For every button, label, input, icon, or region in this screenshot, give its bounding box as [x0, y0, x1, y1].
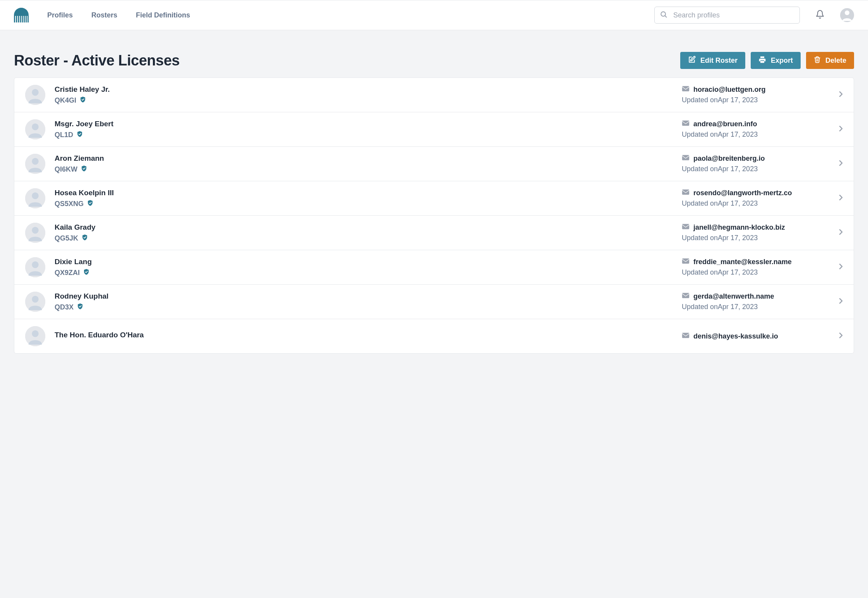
row-avatar: [25, 188, 45, 208]
svg-rect-14: [682, 189, 689, 194]
chevron-right-icon: [839, 229, 843, 237]
chevron-right-icon: [839, 263, 843, 271]
row-updated: Updated onApr 17, 2023: [682, 199, 833, 208]
row-email-line: denis@hayes-kassulke.io: [682, 332, 833, 340]
row-code-line: QD3X: [55, 303, 682, 311]
row-left: Cristie Haley Jr. QK4GI: [55, 85, 682, 105]
row-left: The Hon. Eduardo O'Hara: [55, 331, 682, 342]
svg-point-25: [32, 330, 38, 337]
row-left: Kaila Grady QG5JK: [55, 223, 682, 242]
row-right: freddie_mante@kessler.name Updated onApr…: [682, 258, 833, 277]
nav-profiles[interactable]: Profiles: [47, 11, 73, 19]
row-updated: Updated onApr 17, 2023: [682, 165, 833, 173]
page-actions: Edit Roster Export: [680, 52, 854, 69]
shield-check-icon: [79, 96, 86, 105]
row-email: gerda@altenwerth.name: [693, 292, 774, 301]
export-label: Export: [771, 57, 793, 65]
row-updated: Updated onApr 17, 2023: [682, 268, 833, 277]
svg-point-7: [32, 124, 38, 130]
edit-icon: [688, 56, 696, 65]
row-email-line: horacio@luettgen.org: [682, 86, 833, 94]
row-avatar: [25, 85, 45, 105]
row-email: paola@breitenberg.io: [693, 155, 765, 163]
row-left: Msgr. Joey Ebert QL1D: [55, 120, 682, 139]
row-avatar: [25, 257, 45, 277]
row-right: gerda@altenwerth.name Updated onApr 17, …: [682, 292, 833, 311]
row-name: Kaila Grady: [55, 223, 682, 232]
mail-icon: [682, 292, 690, 301]
svg-rect-17: [682, 224, 689, 229]
chevron-right-icon: [839, 160, 843, 168]
row-avatar: [25, 223, 45, 243]
roster-row[interactable]: Rodney Kuphal QD3X gerda@altenwerth.name…: [14, 285, 854, 319]
svg-point-16: [32, 227, 38, 234]
row-email-line: andrea@bruen.info: [682, 120, 833, 128]
header-left: Profiles Rosters Field Definitions: [14, 8, 190, 22]
row-right: rosendo@langworth-mertz.co Updated onApr…: [682, 189, 833, 208]
row-email-line: paola@breitenberg.io: [682, 155, 833, 163]
svg-rect-23: [682, 293, 689, 298]
roster-row[interactable]: Cristie Haley Jr. QK4GI horacio@luettgen…: [14, 78, 854, 112]
row-email: freddie_mante@kessler.name: [693, 258, 792, 266]
nav-field-definitions[interactable]: Field Definitions: [136, 11, 190, 19]
svg-line-1: [665, 16, 667, 17]
mail-icon: [682, 223, 690, 232]
row-code: QS5XNG: [55, 200, 84, 208]
roster-row[interactable]: Kaila Grady QG5JK janell@hegmann-klocko.…: [14, 216, 854, 250]
roster-row[interactable]: Dixie Lang QX9ZAI freddie_mante@kessler.…: [14, 250, 854, 285]
app-logo[interactable]: [14, 8, 29, 22]
row-code: QK4GI: [55, 96, 76, 105]
delete-button[interactable]: Delete: [806, 52, 854, 69]
row-avatar: [25, 154, 45, 174]
roster-row[interactable]: The Hon. Eduardo O'Hara denis@hayes-kass…: [14, 319, 854, 353]
row-left: Aron Ziemann QI6KW: [55, 154, 682, 174]
mail-icon: [682, 189, 690, 197]
main-container: Roster - Active Licenses Edit Roster: [0, 30, 868, 354]
trash-icon: [814, 56, 821, 65]
edit-roster-label: Edit Roster: [700, 57, 738, 65]
mail-icon: [682, 120, 690, 128]
row-avatar: [25, 326, 45, 346]
edit-roster-button[interactable]: Edit Roster: [680, 52, 745, 69]
row-code: QD3X: [55, 303, 74, 311]
row-avatar: [25, 292, 45, 312]
svg-rect-11: [682, 155, 689, 160]
row-right: janell@hegmann-klocko.biz Updated onApr …: [682, 223, 833, 242]
svg-rect-20: [682, 258, 689, 263]
mail-icon: [682, 332, 690, 340]
row-code-line: QI6KW: [55, 165, 682, 174]
user-avatar[interactable]: [840, 8, 854, 22]
search-input[interactable]: [654, 7, 800, 24]
row-email: rosendo@langworth-mertz.co: [693, 189, 792, 197]
row-email-line: gerda@altenwerth.name: [682, 292, 833, 301]
page-header: Roster - Active Licenses Edit Roster: [14, 52, 854, 69]
row-left: Dixie Lang QX9ZAI: [55, 258, 682, 277]
row-name: Rodney Kuphal: [55, 292, 682, 301]
row-updated: Updated onApr 17, 2023: [682, 96, 833, 104]
row-code-line: QG5JK: [55, 234, 682, 242]
row-name: Msgr. Joey Ebert: [55, 120, 682, 128]
svg-point-10: [32, 158, 38, 165]
bell-icon[interactable]: [815, 10, 825, 21]
row-left: Rodney Kuphal QD3X: [55, 292, 682, 311]
page-title: Roster - Active Licenses: [14, 52, 180, 69]
row-code: QI6KW: [55, 165, 77, 174]
svg-rect-8: [682, 120, 689, 125]
roster-row[interactable]: Aron Ziemann QI6KW paola@breitenberg.io …: [14, 147, 854, 181]
nav-rosters[interactable]: Rosters: [91, 11, 117, 19]
row-right: paola@breitenberg.io Updated onApr 17, 2…: [682, 155, 833, 173]
mail-icon: [682, 155, 690, 163]
svg-point-13: [32, 192, 38, 199]
search-box: [654, 7, 800, 24]
roster-row[interactable]: Msgr. Joey Ebert QL1D andrea@bruen.info …: [14, 112, 854, 147]
row-code: QL1D: [55, 131, 73, 139]
svg-rect-26: [682, 333, 689, 338]
export-button[interactable]: Export: [751, 52, 801, 69]
shield-check-icon: [76, 131, 83, 139]
shield-check-icon: [81, 234, 88, 242]
chevron-right-icon: [839, 332, 843, 340]
shield-check-icon: [81, 165, 87, 174]
row-email: janell@hegmann-klocko.biz: [693, 223, 785, 232]
row-updated: Updated onApr 17, 2023: [682, 131, 833, 139]
roster-row[interactable]: Hosea Koelpin III QS5XNG rosendo@langwor…: [14, 181, 854, 216]
